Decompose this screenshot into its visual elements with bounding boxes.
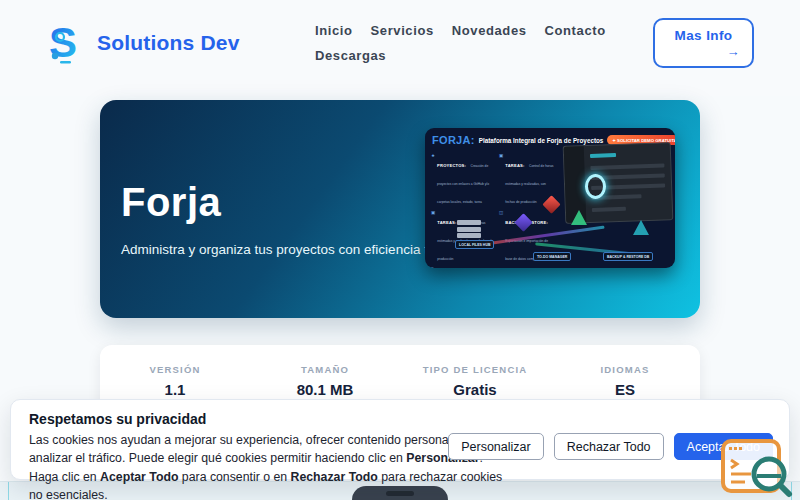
promo-caption-chip: BACKUP & RESTORE DB	[603, 252, 653, 261]
nav-link[interactable]: Novedades	[452, 23, 527, 38]
brand-logo[interactable]: S Solutions Dev	[46, 20, 240, 66]
promo-pyramid-teal	[633, 220, 649, 235]
promo-server-stack	[457, 220, 481, 240]
promo-caption-chip: TO-DO MANAGER	[533, 252, 571, 261]
brand-logo-icon: S	[46, 20, 92, 66]
stat-label: TIPO DE LICENCIA	[400, 364, 550, 375]
promo-tagline: Plataforma Integral de Forja de Proyecto…	[479, 137, 604, 144]
header: S Solutions Dev InicioServiciosNovedades…	[0, 0, 800, 96]
nav-link[interactable]: Contacto	[545, 23, 606, 38]
hero-promo-image: FORJA: Plataforma Integral de Forja de P…	[425, 128, 675, 268]
stat-value: Gratis	[400, 381, 550, 398]
promo-feature: ★ PROYECTOS: Creación de proyectos con e…	[431, 153, 495, 207]
stat-value: ES	[550, 381, 700, 398]
document-magnifier-icon	[717, 438, 797, 500]
nav-link[interactable]: Descargas	[315, 48, 386, 63]
hero-title: Forja	[121, 180, 221, 225]
feature-title: PROYECTOS:	[437, 163, 466, 168]
stat-label: IDIOMAS	[550, 364, 700, 375]
promo-pyramid-green	[571, 210, 587, 225]
cookie-banner-text: Las cookies nos ayudan a mejorar su expe…	[29, 431, 507, 500]
stat-label: VERSIÓN	[100, 364, 250, 375]
nav-link[interactable]: Inicio	[315, 23, 353, 38]
feature-icon: ≡	[431, 266, 434, 268]
promo-caption-chip: LOCAL FILES HUB	[455, 240, 494, 249]
mas-info-label: Mas Info	[675, 28, 733, 43]
personalize-button[interactable]: Personalizar	[448, 433, 543, 460]
main-nav: InicioServiciosNovedadesContactoDescarga…	[315, 23, 610, 63]
stat-value: 1.1	[100, 381, 250, 398]
arrow-right-icon: →	[727, 45, 740, 58]
cookie-banner-title: Respetamos su privacidad	[29, 411, 771, 427]
reject-all-button[interactable]: Rechazar Todo	[554, 433, 664, 460]
feature-title: TAREAS:	[437, 220, 456, 225]
promo-brand: FORJA:	[432, 134, 475, 146]
feature-icon: ★	[431, 153, 435, 207]
inspector-widget-button[interactable]	[717, 438, 797, 500]
feature-icon: ▣	[431, 210, 435, 264]
mas-info-button[interactable]: Mas Info →	[653, 18, 754, 68]
stat-value: 80.1 MB	[250, 381, 400, 398]
hero-banner: Forja Administra y organiza tus proyecto…	[100, 100, 700, 318]
hero-subtitle: Administra y organiza tus proyectos con …	[121, 242, 453, 257]
stat-label: TAMAÑO	[250, 364, 400, 375]
promo-feature: ≡ TO-DO: Lista rápida de pendientes asig…	[431, 266, 495, 268]
feature-title: TAREAS:	[505, 163, 524, 168]
promo-glow-ring	[585, 174, 606, 199]
feature-desc: Control de horas estimadas y realizadas,…	[505, 164, 553, 204]
promo-feature-list: ★ PROYECTOS: Creación de proyectos con e…	[431, 153, 495, 268]
feature-icon: ▣	[499, 153, 503, 207]
cookie-banner: Respetamos su privacidad Las cookies nos…	[10, 399, 790, 480]
feature-icon: ◫	[499, 210, 503, 264]
feature-desc: Creación de proyectos con enlaces a GitH…	[437, 164, 489, 204]
brand-name: Solutions Dev	[97, 31, 240, 55]
svg-text:S: S	[49, 20, 77, 66]
nav-link[interactable]: Servicios	[371, 23, 434, 38]
